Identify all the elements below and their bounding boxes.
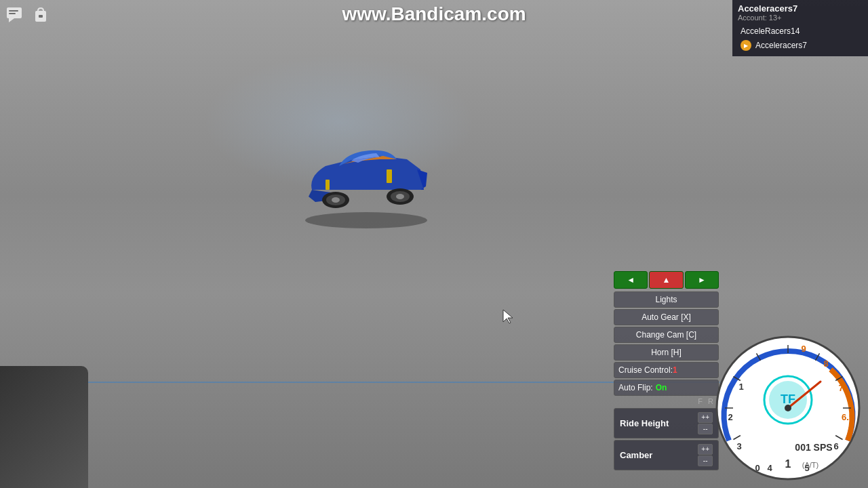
user-entry-2[interactable]: ▶ Acceleracers7 — [738, 38, 863, 53]
ride-height-minus-minus-button[interactable]: -- — [698, 424, 713, 434]
cruise-label: Cruise Control: — [618, 365, 673, 375]
left-arrow-button[interactable]: ◄ — [614, 271, 648, 289]
backpack-icon[interactable] — [31, 5, 50, 24]
camber-plus-plus-button[interactable]: ++ — [698, 444, 713, 455]
svg-point-39 — [785, 405, 791, 411]
svg-point-6 — [305, 212, 427, 228]
camber-label: Camber — [620, 450, 695, 460]
f-indicator: F — [698, 397, 703, 405]
auto-gear-button[interactable]: Auto Gear [X] — [614, 309, 719, 325]
user2-name: Acceleracers7 — [755, 41, 807, 50]
top-left-icons — [5, 5, 50, 24]
svg-text:001 SPS: 001 SPS — [795, 442, 832, 453]
user1-name: AcceleRacers14 — [741, 26, 800, 36]
svg-text:3: 3 — [736, 441, 741, 451]
svg-text:4: 4 — [767, 463, 772, 473]
car-container — [271, 122, 461, 230]
auto-flip-row[interactable]: Auto Flip: On — [614, 380, 719, 396]
arrow-row: ◄ ▲ ► — [614, 271, 719, 289]
chat-icon[interactable] — [5, 5, 24, 24]
svg-text:0: 0 — [755, 463, 760, 473]
speedometer: 1 2 3 4 5 6 6.5 7 8 9 TF 0 001 SPS 1 (A/… — [715, 336, 865, 485]
svg-text:1: 1 — [785, 458, 791, 470]
svg-rect-5 — [39, 15, 43, 18]
svg-text:1: 1 — [738, 382, 743, 392]
auto-flip-status: On — [656, 383, 667, 392]
svg-text:2: 2 — [728, 412, 732, 422]
ride-height-label: Ride Height — [620, 418, 695, 428]
camber-plus-col: ++ -- — [698, 444, 713, 466]
svg-rect-14 — [326, 180, 330, 190]
camber-minus-minus-button[interactable]: -- — [698, 455, 713, 466]
svg-text:8: 8 — [823, 359, 828, 369]
svg-text:9: 9 — [801, 344, 806, 354]
user-entry-1[interactable]: AcceleRacers14 — [738, 24, 863, 38]
fr-row: F R — [614, 397, 719, 405]
svg-text:7: 7 — [838, 383, 843, 393]
svg-point-9 — [332, 197, 340, 203]
horn-button[interactable]: Horn [H] — [614, 344, 719, 361]
user-panel: Acceleracers7 Account: 13+ AcceleRacers1… — [732, 0, 868, 56]
ride-height-control: Ride Height ++ -- — [614, 408, 719, 439]
svg-marker-1 — [9, 18, 14, 22]
camber-control: Camber ++ -- — [614, 440, 719, 470]
bottom-left-dark — [0, 366, 88, 488]
controls-panel: ◄ ▲ ► Lights Auto Gear [X] Change Cam [C… — [614, 271, 719, 470]
svg-text:6.5: 6.5 — [842, 412, 854, 422]
cruise-status: 1 — [673, 365, 677, 375]
center-arrow-button[interactable]: ▲ — [649, 271, 683, 289]
username-title: Acceleracers7 — [738, 3, 863, 14]
svg-rect-13 — [387, 169, 392, 183]
svg-point-12 — [396, 194, 404, 199]
ride-height-plus-plus-button[interactable]: ++ — [698, 412, 713, 423]
svg-rect-2 — [9, 10, 18, 12]
auto-flip-label: Auto Flip: — [618, 383, 653, 392]
r-indicator: R — [708, 397, 713, 405]
account-subtitle: Account: 13+ — [738, 14, 863, 22]
user2-avatar: ▶ — [741, 40, 751, 51]
svg-rect-3 — [9, 13, 16, 14]
right-arrow-button[interactable]: ► — [685, 271, 719, 289]
svg-text:(A/T): (A/T) — [802, 461, 818, 469]
cruise-control-row[interactable]: Cruise Control: 1 — [614, 362, 719, 378]
ride-height-plus-col: ++ -- — [698, 412, 713, 434]
lights-button[interactable]: Lights — [614, 291, 719, 308]
svg-text:6: 6 — [833, 441, 838, 451]
change-cam-button[interactable]: Change Cam [C] — [614, 327, 719, 343]
